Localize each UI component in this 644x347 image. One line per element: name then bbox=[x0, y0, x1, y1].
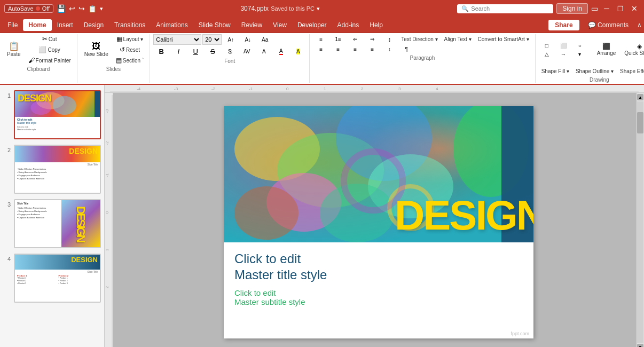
vertical-scrollbar[interactable]: ▲ ▼ bbox=[637, 93, 644, 347]
convert-smartart-button[interactable]: Convert to SmartArt ▾ bbox=[475, 34, 532, 44]
decrease-indent-button[interactable]: ⇐ bbox=[347, 35, 363, 44]
section-button[interactable]: ▤ Section ` bbox=[113, 56, 146, 65]
reset-icon: ↺ bbox=[120, 46, 125, 53]
svg-text:-2: -2 bbox=[105, 141, 109, 145]
menu-item-developer[interactable]: Developer bbox=[292, 19, 332, 31]
save-icon[interactable]: 💾 bbox=[57, 4, 66, 13]
shape-fill-button[interactable]: Shape Fill ▾ bbox=[539, 66, 572, 76]
menu-item-file[interactable]: File bbox=[2, 19, 23, 31]
align-center-button[interactable]: ≡ bbox=[330, 45, 346, 54]
align-right-button[interactable]: ≡ bbox=[347, 45, 363, 54]
underline-button[interactable]: U bbox=[187, 46, 203, 57]
menu-item-transitions[interactable]: Transitions bbox=[109, 19, 151, 31]
font-size-up[interactable]: A bbox=[256, 47, 272, 56]
format-painter-button[interactable]: 🖌 Format Painter bbox=[26, 56, 74, 65]
quick-styles-button[interactable]: ◈ Quick Styles bbox=[621, 34, 644, 65]
slide-image-1[interactable]: DESIGN Click to edit Master title style … bbox=[14, 90, 101, 139]
menu-item-slideshow[interactable]: Slide Show bbox=[193, 19, 236, 31]
align-text-button[interactable]: Align Text ▾ bbox=[442, 34, 474, 44]
menu-item-design[interactable]: Design bbox=[78, 19, 109, 31]
paragraph-spacing-button[interactable]: ¶ bbox=[398, 45, 414, 54]
slide-subtitle[interactable]: Click to edit Master subtitle style bbox=[234, 288, 523, 306]
slide-thumb-3[interactable]: 3 Slide Title • Make Effective Presentat… bbox=[2, 198, 102, 249]
shape-triangle[interactable]: △ bbox=[539, 50, 555, 58]
slide-thumb-1[interactable]: 1 DESIGN Click to edit Master t bbox=[2, 89, 102, 140]
autosave-badge[interactable]: AutoSave Off bbox=[4, 4, 53, 13]
decrease-font-button[interactable]: A↓ bbox=[240, 35, 256, 44]
redo-icon[interactable]: ↪ bbox=[78, 4, 85, 13]
numbering-button[interactable]: 1≡ bbox=[330, 35, 346, 44]
font-name-selector[interactable]: Calibri bbox=[153, 34, 201, 45]
font-size-selector[interactable]: 20 bbox=[202, 34, 222, 45]
arrange-button[interactable]: ⬛ Arrange bbox=[593, 34, 620, 65]
comments-button[interactable]: 💬 Comments bbox=[584, 20, 633, 30]
bold-button[interactable]: B bbox=[153, 46, 169, 57]
highlight-button[interactable]: A bbox=[290, 47, 306, 56]
search-icon: 🔍 bbox=[461, 5, 469, 12]
layout-button[interactable]: ▦ Layout ▾ bbox=[113, 34, 146, 44]
slide-number-4: 4 bbox=[3, 256, 11, 262]
menu-item-animations[interactable]: Animations bbox=[151, 19, 193, 31]
signin-button[interactable]: Sign in bbox=[556, 3, 588, 14]
reset-button[interactable]: ↺ Reset bbox=[113, 45, 146, 54]
italic-button[interactable]: I bbox=[170, 46, 186, 57]
increase-font-button[interactable]: A↑ bbox=[223, 35, 239, 44]
char-spacing-button[interactable]: AV bbox=[239, 47, 255, 56]
shape-rect[interactable]: □ bbox=[539, 42, 555, 50]
new-slide-button[interactable]: 🖼 New Slide bbox=[81, 34, 112, 65]
shadow-button[interactable]: S bbox=[222, 47, 238, 56]
line-spacing-button[interactable]: ↕ bbox=[381, 45, 397, 54]
saved-status-arrow: ▾ bbox=[317, 5, 320, 12]
restore-button[interactable]: ❐ bbox=[615, 3, 626, 14]
shape-rect2[interactable]: ⬜ bbox=[555, 42, 571, 50]
copy-button[interactable]: ⬜ Copy bbox=[26, 45, 74, 54]
slide-text-area[interactable]: Click to edit Master title style Click t… bbox=[224, 242, 533, 338]
shape-outline-button[interactable]: Shape Outline ▾ bbox=[573, 66, 616, 76]
main-slide[interactable]: DESIGN Click to edit Master title style … bbox=[224, 106, 533, 338]
slide-image-2[interactable]: DESIGN Slide Title • Make Effective Pres… bbox=[14, 145, 101, 194]
font-color-button[interactable]: A bbox=[273, 46, 289, 57]
menu-item-review[interactable]: Review bbox=[236, 19, 268, 31]
scroll-down-button[interactable]: ▼ bbox=[637, 344, 643, 347]
ribbon-collapse-icon[interactable]: ∧ bbox=[637, 21, 642, 29]
menu-item-help[interactable]: Help bbox=[364, 19, 388, 31]
slide-image-4[interactable]: DESIGN Slide Title Product 1 • Product 1… bbox=[14, 254, 101, 303]
minimize-button[interactable]: ─ bbox=[601, 3, 612, 14]
undo-icon[interactable]: ↩ bbox=[69, 4, 75, 13]
justify-button[interactable]: ≡ bbox=[364, 45, 380, 54]
presentation-icon[interactable]: 📋 bbox=[88, 5, 97, 13]
share-button[interactable]: Share bbox=[548, 20, 579, 30]
clipboard-buttons: 📋 Paste ✂ Cut ⬜ Copy 🖌 Format Painter bbox=[3, 34, 74, 65]
menu-item-view[interactable]: View bbox=[268, 19, 292, 31]
search-input[interactable] bbox=[471, 5, 549, 12]
shape-circle[interactable]: ○ bbox=[572, 42, 588, 50]
close-button[interactable]: ✕ bbox=[629, 3, 640, 14]
ribbon-display-icon[interactable]: ▭ bbox=[591, 4, 598, 13]
increase-indent-button[interactable]: ⇒ bbox=[364, 35, 380, 44]
paste-button[interactable]: 📋 Paste bbox=[3, 34, 25, 65]
menu-item-home[interactable]: Home bbox=[23, 19, 51, 31]
slide-image-3[interactable]: Slide Title • Make Effective Presentatio… bbox=[14, 199, 101, 248]
text-direction-button[interactable]: Text Direction ▾ bbox=[398, 34, 440, 44]
strikethrough-button[interactable]: S bbox=[205, 46, 221, 57]
clear-format-button[interactable]: Aa bbox=[257, 35, 273, 44]
scroll-up-button[interactable]: ▲ bbox=[637, 94, 643, 100]
shape-arrow[interactable]: → bbox=[555, 50, 571, 58]
bullets-button[interactable]: ≡ bbox=[313, 35, 329, 44]
slide-thumb-2[interactable]: 2 DESIGN Slide Title • Make Effective Pr… bbox=[2, 144, 102, 195]
svg-text:2: 2 bbox=[361, 86, 364, 91]
shape-more[interactable]: ▾ bbox=[572, 50, 588, 58]
cut-button[interactable]: ✂ Cut bbox=[26, 34, 74, 44]
slide-thumb-4[interactable]: 4 DESIGN Slide Title Product 1 • Product… bbox=[2, 253, 102, 304]
columns-button[interactable]: ⫿ bbox=[381, 35, 397, 44]
menu-item-insert[interactable]: Insert bbox=[52, 19, 78, 31]
scroll-thumb[interactable] bbox=[637, 112, 643, 133]
menu-item-addins[interactable]: Add-ins bbox=[332, 19, 365, 31]
slide-panel: 1 DESIGN Click to edit Master t bbox=[0, 85, 105, 347]
slide-main-title[interactable]: Click to edit Master title style bbox=[234, 251, 523, 283]
search-box[interactable]: 🔍 bbox=[457, 4, 553, 13]
canvas-area[interactable]: DESIGN Click to edit Master title style … bbox=[113, 93, 644, 347]
slide-preview-2: DESIGN Slide Title • Make Effective Pres… bbox=[15, 146, 100, 193]
shape-effects-button[interactable]: Shape Effects ▾ bbox=[617, 66, 644, 76]
align-left-button[interactable]: ≡ bbox=[313, 45, 329, 54]
